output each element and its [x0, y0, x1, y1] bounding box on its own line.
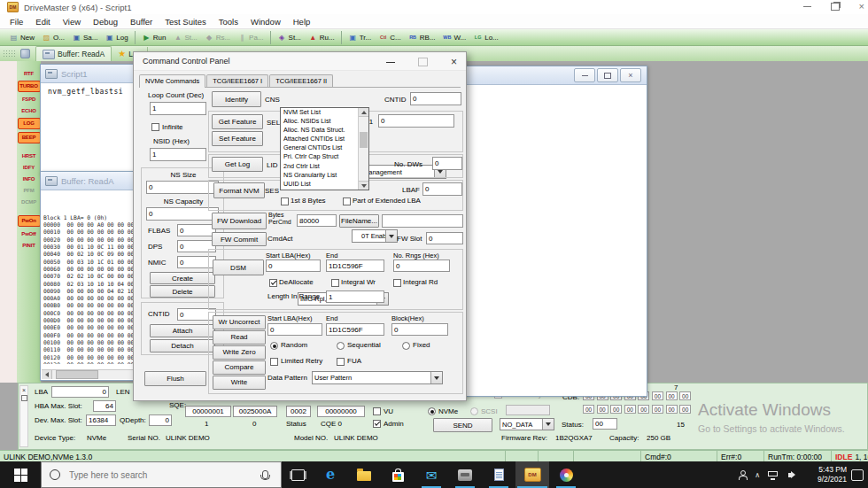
dsm-button[interactable]: DSM — [213, 259, 264, 275]
toolbar-trace-button[interactable]: ▣ Tr... — [341, 31, 375, 44]
no-dws-field[interactable]: 0 — [432, 157, 462, 170]
menu-test-suites[interactable]: Test Suites — [159, 17, 212, 27]
scroll-down-icon[interactable] — [359, 181, 368, 190]
integral-rd-checkbox[interactable] — [393, 279, 401, 287]
taskbar-app-gray[interactable] — [448, 461, 482, 488]
menu-help[interactable]: Help — [287, 17, 317, 27]
dev-max-slot-field[interactable]: 16384 — [86, 414, 116, 426]
send-button[interactable]: SEND — [433, 418, 492, 432]
dropdown-item[interactable]: Pri. Ctrlr Cap Struct — [281, 152, 360, 161]
sidebar-hrst-button[interactable]: HRST — [19, 151, 40, 160]
integral-wr-checkbox[interactable] — [331, 279, 339, 287]
close-icon[interactable]: × — [859, 3, 864, 11]
dropdown-item[interactable]: Attached CNTIDs List — [281, 135, 360, 143]
hba-max-slot-field[interactable]: 64 — [93, 400, 116, 412]
menu-window[interactable]: Window — [244, 17, 287, 27]
close-icon[interactable]: × — [620, 68, 641, 82]
taskbar-file-explorer[interactable] — [347, 461, 381, 488]
toolbar-resume-button[interactable]: ◆ Rs... — [201, 31, 234, 44]
dropdown-item[interactable]: NS Granularity List — [281, 171, 360, 180]
transfer-mode-combo[interactable]: NO_DATA — [500, 418, 554, 430]
sidebar-pinit-button[interactable]: PINIT — [19, 241, 40, 250]
dropdown-item[interactable]: 2nd Ctrlr List — [281, 162, 360, 171]
dropdown-item[interactable]: Alloc. NS Data Struct. — [281, 126, 360, 135]
filename-field[interactable] — [382, 214, 463, 228]
create-button[interactable]: Create — [150, 272, 215, 284]
write-button[interactable]: Write — [213, 376, 266, 390]
infinite-checkbox[interactable] — [151, 123, 159, 131]
vu-checkbox[interactable] — [373, 407, 381, 415]
cdb-byte-field[interactable]: 00 — [652, 391, 663, 400]
lbaf-field[interactable]: 0 — [422, 182, 462, 196]
scrollbar-thumb[interactable] — [360, 132, 368, 148]
filename-button[interactable]: FileName... — [339, 214, 379, 228]
sidebar-pwoff-button[interactable]: PwOff — [19, 229, 40, 238]
cstm-xfer-bytes-field[interactable] — [506, 405, 550, 415]
fua-checkbox[interactable] — [337, 358, 345, 366]
menu-edit[interactable]: Edit — [29, 17, 56, 27]
cdb-byte-field[interactable]: 00 — [583, 405, 594, 414]
qdepth-field[interactable]: 0 — [149, 414, 172, 426]
loop-count-field[interactable]: 1 — [150, 102, 206, 115]
flbas-field[interactable]: 0 — [177, 224, 216, 236]
toolbar-gripper[interactable] — [3, 50, 15, 58]
write-zero-button[interactable]: Write Zero — [213, 345, 266, 360]
scroll-left-icon[interactable] — [42, 370, 52, 379]
toolbar-log-button[interactable]: LG Lo... — [469, 31, 502, 44]
sqe-field-3[interactable]: 00000000 — [317, 406, 365, 417]
toolbar-write-buffer-button[interactable]: WB W... — [438, 31, 469, 44]
taskbar-mail[interactable]: ✉ — [415, 461, 448, 488]
attach-button[interactable]: Attach — [150, 324, 215, 337]
data-pattern-combo[interactable]: User Pattern — [312, 371, 443, 384]
sidebar-echo-button[interactable]: ECHO — [19, 106, 40, 115]
minimize-icon[interactable] — [803, 6, 811, 7]
sidebar-log-button[interactable]: LOG — [18, 118, 41, 129]
first-8-bytes-checkbox[interactable] — [281, 198, 289, 205]
dropdown-item[interactable]: NVM Set List — [281, 108, 360, 117]
close-icon[interactable]: × — [451, 58, 457, 66]
taskbar-search[interactable] — [41, 461, 282, 488]
toolbar-save-button[interactable]: ▣ Sa... — [68, 31, 101, 44]
cdb-byte-field[interactable]: 00 — [679, 391, 691, 400]
bytes-per-cmd-field[interactable]: 80000 — [297, 214, 337, 227]
restore-icon[interactable] — [831, 3, 840, 11]
toolbar-run-script-button[interactable]: ▲ Ru... — [305, 31, 338, 44]
rw-block-field[interactable]: 0 — [391, 323, 448, 336]
sidebar-fspd-button[interactable]: FSPD — [19, 95, 40, 104]
menu-buffer[interactable]: Buffer — [124, 17, 159, 27]
nsid-field[interactable]: 1 — [150, 148, 206, 161]
delete-button[interactable]: Delete — [150, 285, 215, 298]
dsm-end-field[interactable]: 1D1C596F — [326, 259, 384, 272]
sidebar-pwon-button[interactable]: PwOn — [18, 215, 41, 227]
close-icon[interactable]: × — [22, 388, 26, 393]
taskbar-clock[interactable]: 5:43 PM 9/2/2021 — [801, 465, 847, 484]
part-of-extended-lba-checkbox[interactable] — [343, 198, 351, 205]
chevron-down-icon[interactable] — [385, 230, 397, 242]
menu-view[interactable]: View — [57, 17, 87, 27]
chevron-down-icon[interactable] — [542, 419, 554, 430]
search-input[interactable] — [67, 469, 262, 481]
toolbar-new-button[interactable]: ▤ New — [5, 31, 38, 44]
sqe-field-0[interactable]: 00000001 — [185, 406, 231, 417]
dropdown-scrollbar[interactable] — [358, 108, 368, 190]
fw-slot-field[interactable]: 0 — [426, 232, 463, 244]
tab-buffer-reada[interactable]: Buffer: ReadA — [35, 46, 112, 61]
sidebar-info-button[interactable]: INFO — [19, 174, 40, 183]
toolbar-stop-button[interactable]: ▲ St... — [169, 31, 200, 44]
rw-start-field[interactable]: 0 — [267, 323, 322, 336]
network-icon[interactable] — [768, 471, 778, 479]
cdb-byte-field[interactable]: 00 — [638, 405, 649, 414]
restore-icon[interactable] — [21, 395, 27, 401]
sidebar-turbo-button[interactable]: TURBO — [18, 81, 41, 92]
rw-end-field[interactable]: 1D1C596F — [326, 323, 384, 336]
nvme-radio[interactable] — [428, 407, 436, 415]
taskbar-store[interactable] — [381, 461, 415, 488]
sidebar-beep-button[interactable]: BEEP — [18, 132, 41, 143]
dw11-field[interactable]: 0 — [378, 114, 454, 128]
cdb-byte-field[interactable]: 00 — [610, 405, 622, 414]
dsm-no-rngs-field[interactable]: 0 — [393, 259, 450, 272]
fw-commit-button[interactable]: FW Commit — [212, 232, 267, 246]
fw-download-button[interactable]: FW Download — [212, 213, 267, 229]
cdb-byte-field[interactable]: 00 — [679, 405, 691, 414]
scroll-up-icon[interactable] — [359, 108, 368, 117]
